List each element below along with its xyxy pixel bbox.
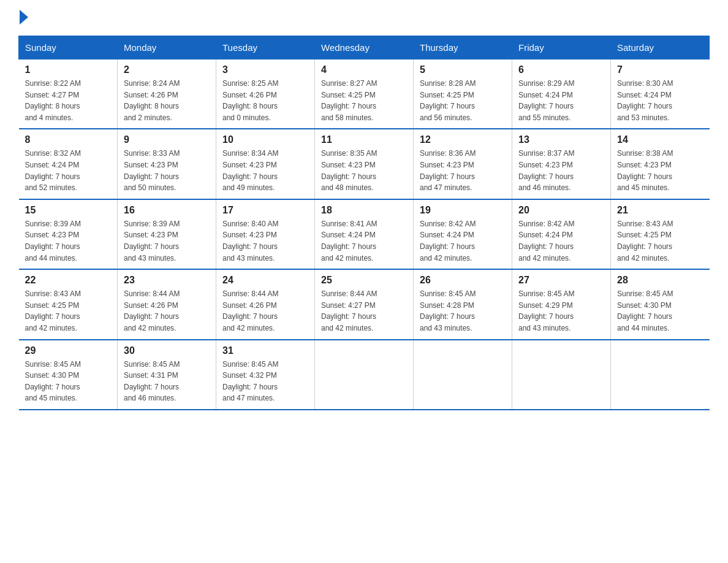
calendar-day-cell: 11Sunrise: 8:35 AMSunset: 4:23 PMDayligh…: [315, 129, 414, 199]
calendar-day-cell: 30Sunrise: 8:45 AMSunset: 4:31 PMDayligh…: [118, 340, 216, 410]
day-number: 8: [25, 134, 112, 145]
day-number: 20: [518, 205, 604, 216]
day-info: Sunrise: 8:44 AMSunset: 4:26 PMDaylight:…: [124, 288, 210, 334]
calendar-day-cell: [512, 340, 611, 410]
calendar-week-row: 8Sunrise: 8:32 AMSunset: 4:24 PMDaylight…: [19, 129, 710, 199]
calendar-day-cell: 15Sunrise: 8:39 AMSunset: 4:23 PMDayligh…: [19, 199, 118, 269]
day-number: 29: [25, 345, 112, 356]
day-info: Sunrise: 8:43 AMSunset: 4:25 PMDaylight:…: [25, 288, 112, 334]
calendar-day-cell: 10Sunrise: 8:34 AMSunset: 4:23 PMDayligh…: [216, 129, 315, 199]
calendar-day-cell: 9Sunrise: 8:33 AMSunset: 4:23 PMDaylight…: [118, 129, 216, 199]
day-info: Sunrise: 8:43 AMSunset: 4:25 PMDaylight:…: [617, 218, 703, 264]
day-number: 13: [518, 134, 604, 145]
day-info: Sunrise: 8:44 AMSunset: 4:27 PMDaylight:…: [321, 288, 407, 334]
day-number: 19: [420, 205, 506, 216]
day-info: Sunrise: 8:45 AMSunset: 4:32 PMDaylight:…: [222, 359, 308, 404]
calendar-day-cell: 6Sunrise: 8:29 AMSunset: 4:24 PMDaylight…: [512, 59, 611, 129]
day-number: 31: [222, 345, 308, 356]
day-number: 16: [124, 205, 210, 216]
day-info: Sunrise: 8:41 AMSunset: 4:24 PMDaylight:…: [321, 218, 407, 264]
day-info: Sunrise: 8:30 AMSunset: 4:24 PMDaylight:…: [617, 78, 703, 123]
day-info: Sunrise: 8:24 AMSunset: 4:26 PMDaylight:…: [124, 78, 210, 123]
day-info: Sunrise: 8:45 AMSunset: 4:29 PMDaylight:…: [518, 288, 604, 334]
calendar-week-row: 22Sunrise: 8:43 AMSunset: 4:25 PMDayligh…: [19, 269, 710, 339]
calendar-day-cell: 28Sunrise: 8:45 AMSunset: 4:30 PMDayligh…: [611, 269, 710, 339]
day-info: Sunrise: 8:27 AMSunset: 4:25 PMDaylight:…: [321, 78, 407, 123]
day-info: Sunrise: 8:45 AMSunset: 4:31 PMDaylight:…: [124, 359, 210, 404]
calendar-day-cell: [414, 340, 512, 410]
calendar-week-row: 1Sunrise: 8:22 AMSunset: 4:27 PMDaylight…: [19, 59, 710, 129]
weekday-header-saturday: Saturday: [611, 36, 710, 59]
day-info: Sunrise: 8:39 AMSunset: 4:23 PMDaylight:…: [25, 218, 112, 264]
day-number: 12: [420, 134, 506, 145]
calendar-day-cell: 14Sunrise: 8:38 AMSunset: 4:23 PMDayligh…: [611, 129, 710, 199]
day-number: 21: [617, 205, 703, 216]
calendar-day-cell: 31Sunrise: 8:45 AMSunset: 4:32 PMDayligh…: [216, 340, 315, 410]
calendar-day-cell: 18Sunrise: 8:41 AMSunset: 4:24 PMDayligh…: [315, 199, 414, 269]
calendar-day-cell: 23Sunrise: 8:44 AMSunset: 4:26 PMDayligh…: [118, 269, 216, 339]
day-info: Sunrise: 8:40 AMSunset: 4:23 PMDaylight:…: [222, 218, 308, 264]
weekday-header-sunday: Sunday: [19, 36, 118, 59]
day-info: Sunrise: 8:33 AMSunset: 4:23 PMDaylight:…: [124, 148, 210, 193]
calendar-day-cell: 5Sunrise: 8:28 AMSunset: 4:25 PMDaylight…: [414, 59, 512, 129]
calendar-day-cell: 22Sunrise: 8:43 AMSunset: 4:25 PMDayligh…: [19, 269, 118, 339]
weekday-header-thursday: Thursday: [414, 36, 512, 59]
day-info: Sunrise: 8:42 AMSunset: 4:24 PMDaylight:…: [518, 218, 604, 264]
calendar-day-cell: 12Sunrise: 8:36 AMSunset: 4:23 PMDayligh…: [414, 129, 512, 199]
day-number: 2: [124, 64, 210, 75]
calendar-day-cell: 29Sunrise: 8:45 AMSunset: 4:30 PMDayligh…: [19, 340, 118, 410]
calendar-week-row: 29Sunrise: 8:45 AMSunset: 4:30 PMDayligh…: [19, 340, 710, 410]
calendar-day-cell: 16Sunrise: 8:39 AMSunset: 4:23 PMDayligh…: [118, 199, 216, 269]
day-number: 26: [420, 275, 506, 286]
weekday-header-friday: Friday: [512, 36, 611, 59]
logo: [18, 12, 28, 23]
day-number: 27: [518, 275, 604, 286]
weekday-header-tuesday: Tuesday: [216, 36, 315, 59]
day-number: 9: [124, 134, 210, 145]
day-number: 6: [518, 64, 604, 75]
day-info: Sunrise: 8:29 AMSunset: 4:24 PMDaylight:…: [518, 78, 604, 123]
day-info: Sunrise: 8:38 AMSunset: 4:23 PMDaylight:…: [617, 148, 703, 193]
logo-triangle-icon: [20, 10, 28, 25]
day-info: Sunrise: 8:45 AMSunset: 4:30 PMDaylight:…: [25, 359, 112, 404]
day-number: 23: [124, 275, 210, 286]
day-number: 11: [321, 134, 407, 145]
day-number: 17: [222, 205, 308, 216]
calendar-day-cell: [315, 340, 414, 410]
day-number: 7: [617, 64, 703, 75]
calendar-day-cell: 1Sunrise: 8:22 AMSunset: 4:27 PMDaylight…: [19, 59, 118, 129]
day-info: Sunrise: 8:39 AMSunset: 4:23 PMDaylight:…: [124, 218, 210, 264]
day-info: Sunrise: 8:36 AMSunset: 4:23 PMDaylight:…: [420, 148, 506, 193]
day-number: 28: [617, 275, 703, 286]
day-number: 24: [222, 275, 308, 286]
calendar-day-cell: 4Sunrise: 8:27 AMSunset: 4:25 PMDaylight…: [315, 59, 414, 129]
calendar-day-cell: 13Sunrise: 8:37 AMSunset: 4:23 PMDayligh…: [512, 129, 611, 199]
calendar-day-cell: 27Sunrise: 8:45 AMSunset: 4:29 PMDayligh…: [512, 269, 611, 339]
day-info: Sunrise: 8:45 AMSunset: 4:30 PMDaylight:…: [617, 288, 703, 334]
day-info: Sunrise: 8:25 AMSunset: 4:26 PMDaylight:…: [222, 78, 308, 123]
calendar-week-row: 15Sunrise: 8:39 AMSunset: 4:23 PMDayligh…: [19, 199, 710, 269]
day-number: 10: [222, 134, 308, 145]
day-info: Sunrise: 8:32 AMSunset: 4:24 PMDaylight:…: [25, 148, 112, 193]
day-number: 22: [25, 275, 112, 286]
calendar-day-cell: 7Sunrise: 8:30 AMSunset: 4:24 PMDaylight…: [611, 59, 710, 129]
calendar-day-cell: 2Sunrise: 8:24 AMSunset: 4:26 PMDaylight…: [118, 59, 216, 129]
day-number: 3: [222, 64, 308, 75]
calendar-day-cell: 3Sunrise: 8:25 AMSunset: 4:26 PMDaylight…: [216, 59, 315, 129]
day-number: 14: [617, 134, 703, 145]
day-info: Sunrise: 8:37 AMSunset: 4:23 PMDaylight:…: [518, 148, 604, 193]
day-info: Sunrise: 8:35 AMSunset: 4:23 PMDaylight:…: [321, 148, 407, 193]
calendar-day-cell: 21Sunrise: 8:43 AMSunset: 4:25 PMDayligh…: [611, 199, 710, 269]
calendar-day-cell: 17Sunrise: 8:40 AMSunset: 4:23 PMDayligh…: [216, 199, 315, 269]
calendar-day-cell: [611, 340, 710, 410]
calendar-day-cell: 20Sunrise: 8:42 AMSunset: 4:24 PMDayligh…: [512, 199, 611, 269]
day-number: 15: [25, 205, 112, 216]
calendar-day-cell: 24Sunrise: 8:44 AMSunset: 4:26 PMDayligh…: [216, 269, 315, 339]
day-info: Sunrise: 8:45 AMSunset: 4:28 PMDaylight:…: [420, 288, 506, 334]
calendar-day-cell: 19Sunrise: 8:42 AMSunset: 4:24 PMDayligh…: [414, 199, 512, 269]
day-number: 5: [420, 64, 506, 75]
day-number: 1: [25, 64, 112, 75]
weekday-header-monday: Monday: [118, 36, 216, 59]
day-info: Sunrise: 8:28 AMSunset: 4:25 PMDaylight:…: [420, 78, 506, 123]
page-header: [18, 12, 710, 23]
